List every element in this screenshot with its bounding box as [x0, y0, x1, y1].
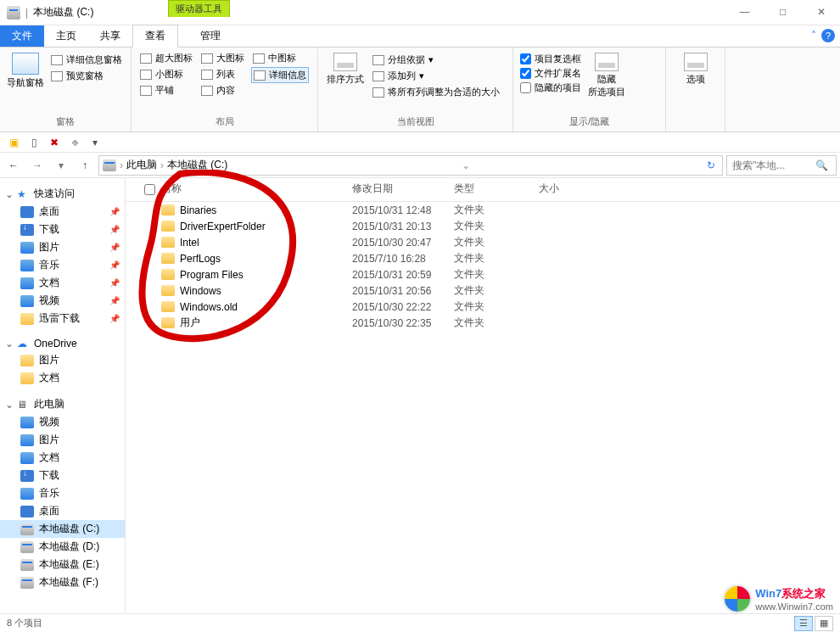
view-medium-icons[interactable]: 中图标 — [251, 51, 309, 65]
file-list-view[interactable]: 名称 修改日期 类型 大小 Binaries2015/10/31 12:48文件… — [126, 178, 840, 632]
qat-new-folder-icon[interactable]: ▣ — [5, 134, 22, 151]
sidebar-item[interactable]: 音乐📌 — [0, 256, 125, 274]
sidebar-item[interactable]: 文档 — [0, 449, 125, 467]
sidebar-item-label: 图片 — [39, 240, 59, 254]
preview-pane-button[interactable]: 预览窗格 — [49, 69, 124, 83]
view-small-icons[interactable]: 小图标 — [138, 67, 194, 81]
sidebar-item[interactable]: 文档 — [0, 369, 125, 387]
sidebar-item[interactable]: 本地磁盘 (E:) — [0, 556, 125, 573]
qat-rename-icon[interactable]: ⎆ — [66, 134, 83, 151]
file-date: 2015/10/31 20:13 — [352, 221, 454, 232]
group-by-button[interactable]: 分组依据 ▾ — [371, 53, 501, 67]
column-modified[interactable]: 修改日期 — [352, 182, 454, 198]
hide-selected-button[interactable]: 隐藏 所选项目 — [586, 51, 627, 114]
sidebar-item-label: 桌面 — [39, 204, 59, 219]
back-button[interactable]: ← — [3, 155, 24, 176]
status-thumbnails-view-button[interactable]: ▦ — [815, 616, 833, 631]
select-all-checkbox[interactable] — [144, 184, 155, 195]
fit-columns-icon — [372, 87, 384, 98]
minimize-button[interactable]: — — [725, 0, 764, 24]
file-row[interactable]: Binaries2015/10/31 12:48文件夹 — [126, 202, 840, 218]
view-content[interactable]: 内容 — [199, 83, 246, 98]
column-type[interactable]: 类型 — [454, 182, 539, 198]
search-box[interactable]: 🔍 — [726, 155, 837, 176]
qat-delete-icon[interactable]: ✖ — [46, 134, 63, 151]
refresh-button[interactable]: ↻ — [703, 159, 719, 171]
tab-manage[interactable]: 管理 — [188, 25, 232, 47]
view-extra-large-icons[interactable]: 超大图标 — [138, 51, 194, 65]
file-row[interactable]: Program Files2015/10/31 20:59文件夹 — [126, 266, 840, 282]
view-large-icons[interactable]: 大图标 — [199, 51, 246, 65]
sidebar-item[interactable]: 音乐 — [0, 484, 125, 502]
options-button[interactable]: 选项 — [675, 51, 716, 116]
crumb-thispc[interactable]: 此电脑 — [126, 158, 157, 172]
sort-by-button[interactable]: 排序方式 — [325, 51, 366, 114]
sidebar-item-label: 音乐 — [39, 258, 59, 272]
crumb-drive[interactable]: 本地磁盘 (C:) — [167, 158, 227, 172]
navigation-sidebar[interactable]: ⌄★ 快速访问 桌面📌下载📌图片📌音乐📌文档📌视频📌迅雷下载📌 ⌄☁ OneDr… — [0, 178, 126, 632]
sidebar-onedrive[interactable]: ⌄☁ OneDrive — [0, 336, 125, 351]
sidebar-item[interactable]: 图片📌 — [0, 238, 125, 256]
status-bar: 8 个项目 ☰ ▦ — [0, 613, 840, 632]
sidebar-item[interactable]: 视频 — [0, 413, 125, 431]
navigation-bar: ← → ▾ ↑ › 此电脑 › 本地磁盘 (C:) ⌄ ↻ 🔍 — [0, 153, 840, 178]
folder-icon — [161, 204, 175, 215]
hidden-items-toggle[interactable]: 隐藏的项目 — [520, 81, 581, 94]
sidebar-item[interactable]: 文档📌 — [0, 274, 125, 292]
fit-columns-button[interactable]: 将所有列调整为合适的大小 — [371, 85, 501, 99]
sidebar-item[interactable]: 图片 — [0, 431, 125, 449]
file-extensions-toggle[interactable]: 文件扩展名 — [520, 67, 581, 80]
address-dropdown[interactable]: ⌄ — [462, 159, 470, 171]
sidebar-item-label: 图片 — [39, 433, 59, 447]
sidebar-quick-access[interactable]: ⌄★ 快速访问 — [0, 185, 125, 203]
search-input[interactable] — [731, 159, 815, 172]
sidebar-item[interactable]: 下载📌 — [0, 221, 125, 238]
close-button[interactable]: ✕ — [802, 0, 840, 24]
sidebar-item[interactable]: 本地磁盘 (D:) — [0, 538, 125, 556]
up-button[interactable]: ↑ — [75, 155, 95, 176]
forward-button[interactable]: → — [27, 155, 48, 176]
address-bar[interactable]: › 此电脑 › 本地磁盘 (C:) ⌄ ↻ — [98, 155, 723, 176]
file-row[interactable]: DriverExpertFolder2015/10/31 20:13文件夹 — [126, 218, 840, 234]
qat-customize-icon[interactable]: ▾ — [87, 134, 104, 151]
add-columns-button[interactable]: 添加列 ▾ — [371, 69, 501, 83]
tab-view[interactable]: 查看 — [132, 25, 178, 48]
sidebar-item[interactable]: 迅雷下载📌 — [0, 310, 125, 327]
search-icon: 🔍 — [815, 159, 828, 171]
status-details-view-button[interactable]: ☰ — [794, 616, 813, 631]
maximize-button[interactable]: □ — [764, 0, 802, 24]
sidebar-item[interactable]: 本地磁盘 (C:) — [0, 520, 125, 538]
sidebar-item[interactable]: 视频📌 — [0, 292, 125, 310]
details-pane-button[interactable]: 详细信息窗格 — [49, 53, 124, 67]
column-size[interactable]: 大小 — [539, 182, 607, 198]
item-checkboxes-toggle[interactable]: 项目复选框 — [520, 53, 581, 65]
tab-home[interactable]: 主页 — [44, 25, 88, 47]
sidebar-item[interactable]: 本地磁盘 (F:) — [0, 573, 125, 591]
music-icon — [20, 488, 34, 500]
qat-properties-icon[interactable]: ▯ — [25, 134, 42, 151]
column-name[interactable]: 名称 — [161, 182, 352, 198]
view-list[interactable]: 列表 — [199, 67, 246, 81]
sidebar-item[interactable]: 图片 — [0, 351, 125, 369]
tab-file[interactable]: 文件 — [0, 25, 44, 47]
view-details[interactable]: 详细信息 — [251, 67, 309, 83]
pin-icon: 📌 — [109, 296, 120, 305]
tab-share[interactable]: 共享 — [88, 25, 132, 47]
file-row[interactable]: 用户2015/10/30 22:35文件夹 — [126, 315, 840, 331]
help-button[interactable]: ? — [821, 29, 835, 42]
view-tiles[interactable]: 平铺 — [138, 83, 194, 98]
file-row[interactable]: PerfLogs2015/7/10 16:28文件夹 — [126, 250, 840, 266]
sidebar-item[interactable]: 桌面 — [0, 502, 125, 520]
file-date: 2015/7/10 16:28 — [352, 253, 454, 265]
details-icon — [254, 70, 266, 81]
sidebar-this-pc[interactable]: ⌄🖥 此电脑 — [0, 395, 125, 413]
navigation-pane-button[interactable]: 导航窗格 — [7, 51, 44, 114]
minimize-ribbon-button[interactable]: ˄ — [811, 30, 816, 42]
recent-locations-button[interactable]: ▾ — [51, 155, 71, 176]
file-row[interactable]: Windows.old2015/10/30 22:22文件夹 — [126, 299, 840, 315]
sidebar-item[interactable]: 桌面📌 — [0, 203, 125, 221]
download-icon — [20, 224, 34, 236]
file-row[interactable]: Intel2015/10/30 20:47文件夹 — [126, 234, 840, 250]
file-row[interactable]: Windows2015/10/31 20:56文件夹 — [126, 282, 840, 299]
sidebar-item[interactable]: 下载 — [0, 467, 125, 484]
